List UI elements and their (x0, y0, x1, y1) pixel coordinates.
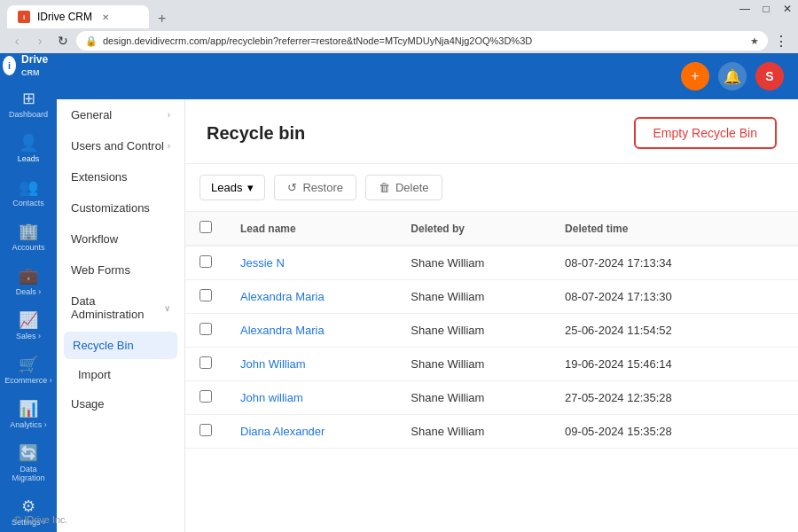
recycle-bin-table: Lead name Deleted by Deleted time (185, 212, 798, 449)
main-sidebar: General › Users and Control › Extensions… (57, 99, 185, 532)
delete-button[interactable]: 🗑 Delete (365, 175, 442, 200)
sidebar-item-deals[interactable]: 💼 Deals › (0, 259, 57, 303)
sidebar-item-contacts[interactable]: 👥 Contacts (0, 170, 57, 215)
minimize-button[interactable]: — (734, 0, 755, 18)
tab-close-button[interactable]: ✕ (99, 11, 112, 23)
row-actions-cell (755, 280, 798, 314)
deleted-by-cell: Shane William (396, 381, 551, 415)
sidebar-data-administration[interactable]: Data Administration ∨ (57, 286, 184, 330)
sidebar-extensions[interactable]: Extensions (57, 161, 184, 192)
deleted-time-cell: 25-06-2024 11:54:52 (551, 314, 755, 348)
row-checkbox-cell (185, 415, 226, 449)
logo-label: Drive CRM (21, 53, 54, 78)
select-all-checkbox[interactable] (200, 221, 212, 233)
icon-nav-items: ⊞ Dashboard 👤 Leads 👥 Contacts 🏢 Account… (0, 78, 57, 489)
row-checkbox-cell (185, 314, 226, 348)
table-row: Alexandra Maria Shane William 08-07-2024… (185, 280, 798, 314)
sidebar-item-dashboard[interactable]: ⊞ Dashboard (0, 82, 57, 126)
lead-name-header: Lead name (226, 212, 396, 246)
select-all-header (185, 212, 226, 246)
refresh-button[interactable]: ↻ (53, 31, 73, 51)
deleted-time-cell: 27-05-2024 12:35:28 (551, 381, 755, 415)
tab-title: IDrive CRM (37, 11, 92, 23)
logo-icon: i (3, 56, 16, 75)
deleted-time-cell: 08-07-2024 17:13:34 (551, 246, 755, 280)
chevron-right-icon: › (168, 110, 170, 120)
lead-name-cell: John William (226, 348, 396, 381)
notification-button[interactable]: 🔔 (718, 62, 747, 90)
row-checkbox-4[interactable] (200, 390, 212, 403)
deleted-by-cell: Shane William (396, 280, 551, 314)
address-bar[interactable]: 🔒 design.devidivecrm.com/app/recyclebin?… (76, 31, 768, 51)
deleted-time-cell: 19-06-2024 15:46:14 (551, 348, 755, 381)
sidebar-item-leads[interactable]: 👤 Leads (0, 126, 57, 170)
row-actions-cell (755, 381, 798, 415)
sidebar-item-accounts[interactable]: 🏢 Accounts (0, 215, 57, 259)
sidebar-import[interactable]: Import (57, 361, 184, 388)
lead-name-cell: Jessie N (226, 246, 396, 280)
sidebar-workflow[interactable]: Workflow (57, 223, 184, 254)
row-actions-cell (755, 246, 798, 280)
chevron-down-icon: ∨ (164, 303, 170, 313)
table-row: Alexandra Maria Shane William 25-06-2024… (185, 314, 798, 348)
sidebar-item-sales[interactable]: 📈 Sales › (0, 303, 57, 348)
row-checkbox-cell (185, 246, 226, 280)
row-checkbox-0[interactable] (200, 255, 212, 268)
deleted-time-cell: 08-07-2024 17:13:30 (551, 280, 755, 314)
sidebar-item-analytics[interactable]: 📊 Analytics › (0, 392, 57, 436)
sidebar-recycle-bin[interactable]: Recycle Bin (64, 332, 177, 359)
right-panel: + 🔔 S General › Users and Control › Exte… (57, 53, 798, 532)
user-avatar[interactable]: S (755, 62, 784, 90)
browser-tab[interactable]: i IDrive CRM ✕ (7, 5, 149, 28)
tab-favicon: i (18, 11, 30, 23)
app-wrapper: i Drive CRM ⊞ Dashboard 👤 Leads 👥 Contac… (0, 53, 798, 532)
table-row: Diana Alexander Shane William 09-05-2024… (185, 415, 798, 449)
row-checkbox-cell (185, 348, 226, 381)
app-logo-area: i Drive CRM (0, 53, 57, 78)
row-checkbox-cell (185, 381, 226, 415)
row-actions-cell (755, 314, 798, 348)
browser-menu-button[interactable]: ⋮ (771, 31, 791, 51)
table-row: John william Shane William 27-05-2024 12… (185, 381, 798, 415)
chevron-right-icon: › (168, 141, 170, 151)
table-row: John William Shane William 19-06-2024 15… (185, 348, 798, 381)
restore-button[interactable]: ↺ Restore (274, 175, 356, 200)
icon-nav: i Drive CRM ⊞ Dashboard 👤 Leads 👥 Contac… (0, 53, 57, 532)
leads-dropdown[interactable]: Leads ▾ (200, 175, 265, 200)
page-title: Recycle bin (207, 123, 305, 144)
deleted-by-header: Deleted by (396, 212, 551, 246)
sidebar-web-forms[interactable]: Web Forms (57, 254, 184, 286)
sidebar-users-control[interactable]: Users and Control › (57, 130, 184, 161)
sidebar-general[interactable]: General › (57, 99, 184, 130)
sidebar-customizations[interactable]: Customizations (57, 192, 184, 223)
add-button[interactable]: + (681, 62, 709, 90)
app-header: + 🔔 S (57, 53, 798, 99)
row-checkbox-2[interactable] (200, 323, 212, 335)
row-actions-cell (755, 348, 798, 381)
row-checkbox-1[interactable] (200, 289, 212, 301)
url-text: design.devidivecrm.com/app/recyclebin?re… (103, 35, 745, 46)
empty-recycle-bin-button[interactable]: Empty Recycle Bin (634, 117, 777, 149)
deleted-time-cell: 09-05-2024 15:35:28 (551, 415, 755, 449)
sidebar-item-ecommerce[interactable]: 🛒 Ecommerce › (0, 348, 57, 392)
body-area: General › Users and Control › Extensions… (57, 99, 798, 532)
close-button[interactable]: ✕ (777, 0, 798, 18)
row-checkbox-5[interactable] (200, 424, 212, 436)
back-button[interactable]: ‹ (7, 31, 27, 51)
maximize-button[interactable]: □ (755, 0, 777, 18)
sidebar-usage[interactable]: Usage (57, 388, 184, 419)
sidebar-item-data-migration[interactable]: 🔄 Data Migration (0, 436, 57, 489)
row-actions-cell (755, 415, 798, 449)
table-toolbar: Leads ▾ ↺ Restore 🗑 Delete (185, 164, 798, 212)
forward-button[interactable]: › (30, 31, 50, 51)
deleted-by-cell: Shane William (396, 246, 551, 280)
app-logo: i Drive CRM (3, 53, 54, 78)
row-checkbox-3[interactable] (200, 356, 212, 369)
deleted-by-cell: Shane William (396, 415, 551, 449)
deleted-by-cell: Shane William (396, 348, 551, 381)
actions-header (755, 212, 798, 246)
trash-icon: 🗑 (379, 181, 390, 194)
chevron-down-icon: ▾ (247, 181, 254, 194)
table-row: Jessie N Shane William 08-07-2024 17:13:… (185, 246, 798, 280)
new-tab-button[interactable]: + (153, 9, 171, 28)
